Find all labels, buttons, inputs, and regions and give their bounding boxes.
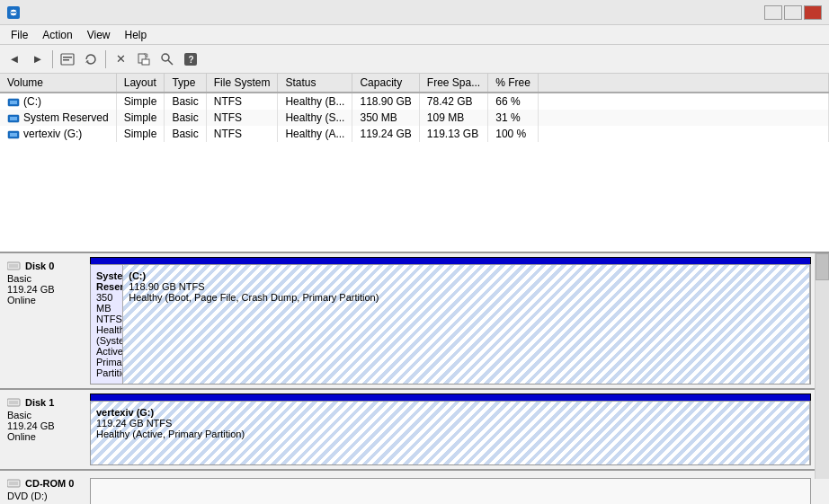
menu-view[interactable]: View <box>80 27 118 43</box>
search-button[interactable] <box>156 49 178 70</box>
cell-capacity: 118.90 GB <box>352 93 419 110</box>
svg-point-8 <box>162 54 169 61</box>
cell-fs: NTFS <box>206 93 278 110</box>
cell-status: Healthy (A... <box>278 126 352 142</box>
table-header-row: Volume Layout Type File System Status Ca… <box>0 74 829 93</box>
cell-type: Basic <box>165 93 206 110</box>
col-volume[interactable]: Volume <box>0 74 116 93</box>
export-button[interactable] <box>133 49 155 70</box>
svg-rect-13 <box>10 101 17 104</box>
col-pctfree[interactable]: % Free <box>488 74 539 93</box>
disk-row-cdrom0: CD-ROM 0 DVD (D:) No Media <box>0 471 829 504</box>
partition-size: 350 MB NTFS <box>96 292 117 324</box>
main-content: Volume Layout Type File System Status Ca… <box>0 74 829 504</box>
svg-rect-17 <box>10 133 17 137</box>
maximize-button[interactable] <box>784 5 802 20</box>
cell-free: 109 MB <box>419 110 487 126</box>
col-status[interactable]: Status <box>278 74 352 93</box>
refresh-button[interactable] <box>80 49 102 70</box>
disk-label-cdrom0: CD-ROM 0 DVD (D:) No Media <box>0 471 90 504</box>
svg-rect-21 <box>9 401 18 404</box>
cell-type: Basic <box>165 126 206 142</box>
partition-size: 119.24 GB NTFS <box>96 418 804 429</box>
col-filesystem[interactable]: File System <box>206 74 278 93</box>
disk-area[interactable]: Disk 0 Basic 119.24 GB Online System Res… <box>0 253 829 504</box>
svg-rect-15 <box>10 117 17 120</box>
cell-free: 78.42 GB <box>419 93 487 110</box>
cell-status: Healthy (B... <box>278 93 352 110</box>
table-row[interactable]: (C:) Simple Basic NTFS Healthy (B... 118… <box>0 93 829 110</box>
delete-button[interactable]: ✕ <box>110 49 131 70</box>
partition-label: vertexiv (G:) <box>96 407 804 418</box>
disk-label-disk1: Disk 1 Basic 119.24 GB Online <box>0 390 90 469</box>
partition-label: System Reserved <box>96 270 117 292</box>
partition-label: (C:) <box>129 270 804 281</box>
col-freespace[interactable]: Free Spa... <box>419 74 487 93</box>
table-row[interactable]: System Reserved Simple Basic NTFS Health… <box>0 110 829 126</box>
cell-fs: NTFS <box>206 126 278 142</box>
disk-type: Basic <box>7 273 83 284</box>
title-bar-left <box>7 6 20 19</box>
col-capacity[interactable]: Capacity <box>352 74 419 93</box>
menu-file[interactable]: File <box>4 27 35 43</box>
menu-action[interactable]: Action <box>35 27 79 43</box>
partition-p1-1[interactable]: vertexiv (G:) 119.24 GB NTFS Healthy (Ac… <box>91 402 810 464</box>
cell-volume: vertexiv (G:) <box>0 126 116 142</box>
cell-extra <box>538 93 828 110</box>
cell-layout: Simple <box>116 110 165 126</box>
cell-capacity: 350 MB <box>352 110 419 126</box>
cell-extra <box>538 126 828 142</box>
disk-row-disk1: Disk 1 Basic 119.24 GB Online vertexiv (… <box>0 390 829 471</box>
svg-rect-1 <box>11 12 16 13</box>
scrollbar-thumb[interactable] <box>816 253 829 280</box>
table-row[interactable]: vertexiv (G:) Simple Basic NTFS Healthy … <box>0 126 829 142</box>
help-button[interactable]: ? <box>180 49 201 70</box>
back-button[interactable]: ◄ <box>4 49 25 70</box>
cell-volume: System Reserved <box>0 110 116 126</box>
svg-line-9 <box>168 60 173 65</box>
scrollbar[interactable] <box>815 253 829 479</box>
cell-layout: Simple <box>116 93 165 110</box>
volume-table: Volume Layout Type File System Status Ca… <box>0 74 829 142</box>
disk-name: CD-ROM 0 <box>25 478 74 489</box>
cell-pct: 66 % <box>488 93 539 110</box>
disk-partitions-cdrom0 <box>90 471 829 504</box>
col-extra <box>538 74 828 93</box>
minimize-button[interactable] <box>764 5 782 20</box>
partition-p0-1[interactable]: System Reserved 350 MB NTFS Healthy (Sys… <box>91 265 123 384</box>
cell-pct: 100 % <box>488 126 539 142</box>
disk-bar-disk1 <box>90 393 811 401</box>
disk-type: Basic <box>7 410 83 420</box>
partition-status: Healthy (System, Active, Primary Partiti… <box>96 324 117 378</box>
forward-button[interactable]: ► <box>27 49 49 70</box>
svg-text:?: ? <box>189 55 194 65</box>
cdrom-content <box>90 478 811 504</box>
disk-partitions-disk0: System Reserved 350 MB NTFS Healthy (Sys… <box>90 253 829 388</box>
disk-size: 119.24 GB <box>7 284 83 295</box>
disk-name: Disk 0 <box>25 261 54 271</box>
disk-row-disk0: Disk 0 Basic 119.24 GB Online System Res… <box>0 253 829 390</box>
svg-rect-4 <box>63 59 69 61</box>
window-controls <box>764 5 822 20</box>
partition-size: 118.90 GB NTFS <box>129 281 804 292</box>
disk-partitions-disk1: vertexiv (G:) 119.24 GB NTFS Healthy (Ac… <box>90 390 829 469</box>
svg-rect-3 <box>63 57 72 58</box>
cell-pct: 31 % <box>488 110 539 126</box>
partitions-row-disk0: System Reserved 350 MB NTFS Healthy (Sys… <box>90 264 811 385</box>
close-button[interactable] <box>804 5 822 20</box>
volume-table-area[interactable]: Volume Layout Type File System Status Ca… <box>0 74 829 253</box>
col-type[interactable]: Type <box>165 74 206 93</box>
partition-p0-2[interactable]: (C:) 118.90 GB NTFS Healthy (Boot, Page … <box>123 265 810 384</box>
partition-status: Healthy (Active, Primary Partition) <box>96 429 804 439</box>
col-layout[interactable]: Layout <box>116 74 165 93</box>
app-icon <box>7 6 20 19</box>
disk-size: 119.24 GB <box>7 420 83 431</box>
menu-help[interactable]: Help <box>118 27 155 43</box>
properties-button[interactable] <box>57 49 78 70</box>
cell-fs: NTFS <box>206 110 278 126</box>
svg-rect-23 <box>9 482 18 485</box>
menu-bar: File Action View Help <box>0 25 829 45</box>
disk-label-disk0: Disk 0 Basic 119.24 GB Online <box>0 253 90 388</box>
svg-rect-7 <box>142 59 149 65</box>
disk-status: Online <box>7 295 83 305</box>
